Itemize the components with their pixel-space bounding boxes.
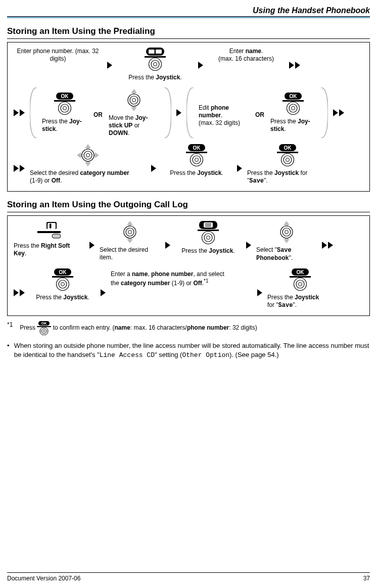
or-label: OR bbox=[92, 111, 104, 118]
joystick-menu-icon bbox=[198, 221, 219, 244]
joystick-book-icon bbox=[145, 48, 166, 71]
s1-step4a-caption: Press the Joy-stick. bbox=[42, 118, 87, 133]
s2-step7-caption: Press the Joystickfor "Save". bbox=[267, 294, 333, 309]
s1-step2-caption: Press the Joystick. bbox=[117, 74, 193, 81]
joystick-ok-small-icon bbox=[37, 321, 51, 335]
page-footer: Document Version 2007-06 37 bbox=[7, 572, 370, 582]
footnote-text: Press to confirm each entry. (name: max.… bbox=[20, 321, 363, 335]
page-header-wrap: Using the Handset Phonebook bbox=[7, 6, 370, 18]
arrow-icon bbox=[237, 165, 242, 172]
joystick-ok-icon bbox=[54, 93, 75, 115]
arrow-icon bbox=[107, 62, 112, 69]
footer-version: Document Version 2007-06 bbox=[7, 575, 80, 582]
arrow-icon bbox=[322, 242, 333, 249]
joystick-ok-icon bbox=[52, 268, 73, 291]
section2-heading: Storing an Item Using the Outgoing Call … bbox=[7, 197, 370, 212]
section1-heading: Storing an Item Using the Predialing bbox=[7, 23, 370, 38]
joystick-updown-icon bbox=[276, 221, 297, 243]
s2-step3-caption: Press the Joystick. bbox=[175, 247, 241, 255]
arrow-icon bbox=[151, 165, 156, 172]
footnote-1: *1 Press to confirm each entry. (name: m… bbox=[7, 321, 370, 335]
rule-accent bbox=[7, 17, 370, 18]
footer-page-number: 37 bbox=[363, 575, 370, 582]
s1-row2: Press the Joy-stick. OR Move the Joy-sti… bbox=[14, 87, 363, 138]
s1-step1-caption: Enter phone number. (max. 32 digits) bbox=[14, 48, 102, 63]
note-text: When storing an outside phone number, th… bbox=[14, 341, 370, 359]
s1-step4b-caption: Move the Joy-stick UP orDOWN. bbox=[109, 114, 159, 137]
or-label: OR bbox=[254, 111, 265, 118]
arrow-icon bbox=[246, 242, 251, 249]
arrow-icon bbox=[198, 62, 203, 69]
s2-step2-caption: Select the desireditem. bbox=[100, 246, 160, 261]
joystick-ok-icon bbox=[277, 144, 298, 166]
arrow-icon bbox=[333, 109, 344, 116]
arrow-icon bbox=[89, 242, 95, 249]
joystick-ok-icon bbox=[186, 144, 207, 166]
section1-underline bbox=[7, 38, 370, 39]
bracket-left-icon bbox=[186, 87, 194, 138]
bracket-right-icon bbox=[164, 87, 171, 138]
joystick-updown-icon bbox=[119, 221, 140, 243]
s1-step6-caption: Press the Joy-stick. bbox=[270, 118, 316, 133]
s1-row3: Select the desired category number(1-9) … bbox=[14, 144, 363, 185]
section2-box: Press the Right SoftKey. Select the desi… bbox=[7, 215, 370, 316]
s2-step6-caption: Enter a name, phone number, and selectth… bbox=[111, 270, 252, 287]
joystick-ok-icon bbox=[290, 268, 311, 291]
arrow-icon bbox=[101, 289, 106, 296]
page-header: Using the Handset Phonebook bbox=[7, 6, 370, 16]
s2-step4-caption: Select "SavePhonebook". bbox=[256, 246, 317, 262]
arrow-icon bbox=[165, 242, 170, 249]
arrow-icon bbox=[14, 165, 25, 172]
joystick-updown-icon bbox=[123, 89, 145, 111]
section2-underline bbox=[7, 212, 370, 212]
arrow-icon bbox=[257, 289, 262, 296]
s1-step5-caption: Edit phonenumber.(max. 32 digits) bbox=[199, 104, 249, 127]
arrow-icon bbox=[14, 109, 25, 116]
bullet-icon: • bbox=[7, 341, 10, 359]
bracket-left-icon bbox=[30, 87, 37, 138]
s2-row2: Press the Joystick. Enter a name, phone … bbox=[14, 268, 363, 309]
s1-step7-caption: Select the desired category number(1-9) … bbox=[30, 169, 146, 185]
s1-row1: Enter phone number. (max. 32 digits) Pre… bbox=[14, 48, 363, 81]
s1-step8-caption: Press the Joystick. bbox=[161, 169, 232, 177]
s1-step3-caption: Enter name.(max. 16 characters) bbox=[218, 48, 274, 63]
section1-box: Enter phone number. (max. 32 digits) Pre… bbox=[7, 42, 370, 192]
s1-step9-caption: Press the Joystick for"Save". bbox=[247, 169, 328, 185]
s2-step1-caption: Press the Right SoftKey. bbox=[14, 242, 84, 257]
footnote-label: *1 bbox=[7, 321, 18, 328]
s2-step5-caption: Press the Joystick. bbox=[30, 294, 96, 301]
joystick-ok-icon bbox=[282, 93, 304, 115]
s2-row1: Press the Right SoftKey. Select the desi… bbox=[14, 221, 363, 262]
note-paragraph: • When storing an outside phone number, … bbox=[7, 341, 370, 359]
right-soft-key-icon bbox=[37, 221, 61, 239]
arrow-icon bbox=[176, 109, 181, 116]
arrow-icon bbox=[14, 289, 25, 296]
arrow-icon bbox=[289, 62, 300, 69]
joystick-4way-icon bbox=[77, 144, 99, 166]
bracket-right-icon bbox=[321, 87, 328, 138]
